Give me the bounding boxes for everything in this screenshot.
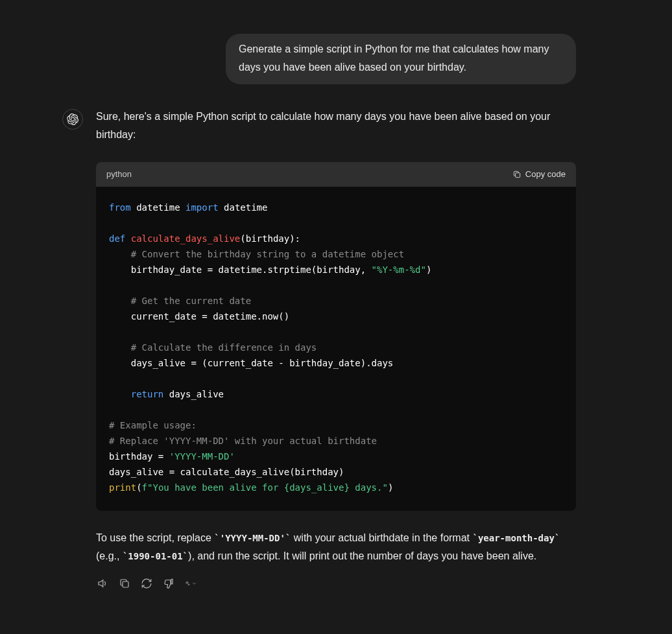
copy-code-label: Copy code	[525, 167, 566, 182]
assistant-intro-text: Sure, here's a simple Python script to c…	[96, 108, 576, 144]
copy-code-button[interactable]: Copy code	[512, 167, 566, 182]
copy-icon	[512, 170, 522, 179]
refresh-icon	[141, 578, 152, 589]
copy-message-button[interactable]	[118, 577, 131, 590]
read-aloud-button[interactable]	[96, 577, 109, 590]
code-block: python Copy code from datetime import da…	[96, 162, 576, 511]
assistant-message: Sure, here's a simple Python script to c…	[96, 108, 576, 590]
inline-code: `year-month-day`	[472, 533, 560, 543]
chevron-down-icon	[191, 578, 197, 589]
openai-logo-icon	[67, 113, 78, 125]
sparkle-icon	[184, 578, 190, 589]
message-actions	[96, 577, 576, 590]
inline-code: `1990-01-01`	[123, 551, 188, 561]
assistant-outro-text: To use the script, replace `'YYYY-MM-DD'…	[96, 529, 576, 565]
user-message-text: Generate a simple script in Python for m…	[239, 43, 549, 73]
inline-code: `'YYYY-MM-DD'`	[214, 533, 291, 543]
user-message-bubble: Generate a simple script in Python for m…	[226, 34, 576, 84]
code-header: python Copy code	[96, 162, 576, 187]
assistant-avatar	[62, 109, 83, 130]
svg-rect-1	[123, 581, 128, 587]
model-switch-button[interactable]	[184, 577, 197, 590]
svg-rect-0	[516, 173, 520, 178]
bad-response-button[interactable]	[162, 577, 175, 590]
regenerate-button[interactable]	[140, 577, 153, 590]
copy-icon	[119, 578, 130, 589]
thumbs-down-icon	[163, 578, 174, 589]
code-language-label: python	[106, 167, 132, 182]
speaker-icon	[97, 578, 108, 589]
code-body[interactable]: from datetime import datetime def calcul…	[96, 187, 576, 511]
